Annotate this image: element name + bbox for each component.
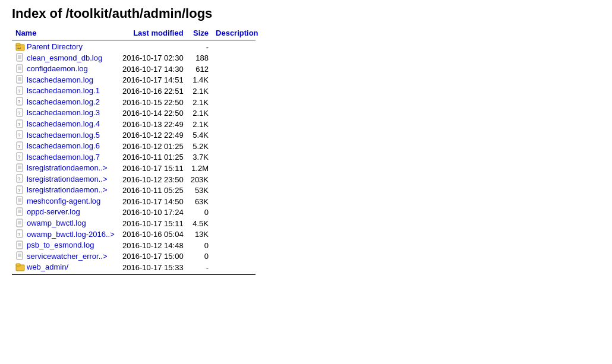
col-size-link[interactable]: Size <box>193 29 209 37</box>
unknown-file-icon: ? <box>15 86 25 96</box>
file-name-cell: clean_esmond_db.log <box>12 53 119 64</box>
file-link[interactable]: owamp_bwctl.log <box>27 219 86 227</box>
svg-text:?: ? <box>18 88 21 94</box>
file-modified: 2016-10-17 14:50 <box>119 196 187 207</box>
file-name-cell: oppd-server.log <box>12 207 119 218</box>
file-size: 0 <box>187 240 212 251</box>
file-link[interactable]: lsregistrationdaemon..> <box>27 185 108 194</box>
file-modified: 2016-10-14 22:50 <box>119 107 187 119</box>
file-size: 13K <box>187 229 212 240</box>
file-description <box>212 97 262 108</box>
table-row: ? lscachedaemon.log.12016-10-16 22:512.1… <box>12 86 262 97</box>
page-title: Index of /toolkit/auth/admin/logs <box>12 6 600 21</box>
file-description <box>212 185 262 196</box>
file-size: 612 <box>187 64 212 75</box>
text-file-icon <box>15 53 25 62</box>
unknown-file-icon: ? <box>15 141 25 151</box>
unknown-file-icon: ? <box>15 152 25 162</box>
table-row: ? lscachedaemon.log.72016-10-11 01:253.7… <box>12 152 262 163</box>
unknown-file-icon: ? <box>15 119 25 129</box>
file-link[interactable]: lscachedaemon.log.2 <box>27 97 100 106</box>
table-row: meshconfig-agent.log2016-10-17 14:5063K <box>12 196 262 207</box>
file-link[interactable]: lscachedaemon.log.6 <box>27 141 100 150</box>
svg-text:?: ? <box>18 122 21 127</box>
unknown-file-icon: ? <box>15 229 25 239</box>
file-link[interactable]: lscachedaemon.log.3 <box>27 108 100 117</box>
col-desc-link[interactable]: Description <box>216 29 258 37</box>
file-link[interactable]: psb_to_esmond.log <box>27 240 94 249</box>
file-modified: 2016-10-12 14:48 <box>119 240 187 251</box>
file-link[interactable]: configdaemon.log <box>27 64 88 73</box>
file-link[interactable]: lsregistrationdaemon..> <box>27 163 108 172</box>
file-description <box>212 196 262 207</box>
file-size: 2.1K <box>187 97 212 108</box>
file-description <box>212 42 262 53</box>
file-name-cell: ? lscachedaemon.log.3 <box>12 107 119 119</box>
file-size: 4.5K <box>187 218 212 229</box>
file-link[interactable]: Parent Directory <box>27 42 83 51</box>
file-modified: 2016-10-17 02:30 <box>119 53 187 64</box>
file-description <box>212 53 262 64</box>
file-name-cell: ? lscachedaemon.log.1 <box>12 86 119 97</box>
file-link[interactable]: lscachedaemon.log.5 <box>27 131 100 140</box>
file-size: 1.4K <box>187 75 212 86</box>
file-modified: 2016-10-15 22:50 <box>119 97 187 108</box>
svg-text:?: ? <box>18 110 21 116</box>
file-name-cell: ? lsregistrationdaemon..> <box>12 174 119 185</box>
file-link[interactable]: lscachedaemon.log.1 <box>27 86 100 95</box>
text-file-icon <box>15 251 25 261</box>
file-link[interactable]: lscachedaemon.log.4 <box>27 119 100 128</box>
file-description <box>212 64 262 75</box>
table-row: ? lsregistrationdaemon..>2016-10-11 05:2… <box>12 185 262 196</box>
file-modified: 2016-10-17 15:33 <box>119 262 187 273</box>
file-link[interactable]: servicewatcher_error..> <box>27 252 107 261</box>
file-description <box>212 240 262 251</box>
file-size: 0 <box>187 251 212 262</box>
table-row: lsregistrationdaemon..>2016-10-17 15:111… <box>12 163 262 174</box>
file-modified: 2016-10-13 22:49 <box>119 119 187 130</box>
file-link[interactable]: web_admin/ <box>27 262 68 271</box>
file-link[interactable]: lscachedaemon.log.7 <box>27 153 100 162</box>
file-size: - <box>187 42 212 53</box>
file-link[interactable]: lscachedaemon.log <box>27 75 93 84</box>
file-link[interactable]: oppd-server.log <box>27 207 80 216</box>
file-name-cell: ? lscachedaemon.log.4 <box>12 119 119 130</box>
table-row: lscachedaemon.log2016-10-17 14:511.4K <box>12 75 262 86</box>
file-description <box>212 163 262 174</box>
file-link[interactable]: owamp_bwctl.log-2016..> <box>27 230 115 239</box>
file-description <box>212 130 262 141</box>
file-modified: 2016-10-12 23:50 <box>119 174 187 185</box>
unknown-file-icon: ? <box>15 174 25 183</box>
table-row: ? lscachedaemon.log.42016-10-13 22:492.1… <box>12 119 262 130</box>
table-row: servicewatcher_error..>2016-10-17 15:000 <box>12 251 262 262</box>
file-modified: 2016-10-12 01:25 <box>119 141 187 152</box>
file-size: 203K <box>187 174 212 185</box>
file-description <box>212 207 262 218</box>
file-name-cell: psb_to_esmond.log <box>12 240 119 251</box>
file-modified: 2016-10-10 17:24 <box>119 207 187 218</box>
back-icon: ↩ <box>15 42 25 52</box>
file-modified: 2016-10-11 01:25 <box>119 152 187 163</box>
file-description <box>212 174 262 185</box>
file-description <box>212 218 262 229</box>
table-row: clean_esmond_db.log2016-10-17 02:30188 <box>12 53 262 64</box>
file-name-cell: ? owamp_bwctl.log-2016..> <box>12 229 119 240</box>
svg-text:?: ? <box>18 144 21 149</box>
file-name-cell: configdaemon.log <box>12 64 119 75</box>
file-link[interactable]: meshconfig-agent.log <box>27 197 100 205</box>
file-link[interactable]: lsregistrationdaemon..> <box>27 175 108 183</box>
col-modified-link[interactable]: Last modified <box>133 29 184 37</box>
table-row: ? lscachedaemon.log.32016-10-14 22:502.1… <box>12 107 262 119</box>
col-name-link[interactable]: Name <box>15 29 36 37</box>
file-modified: 2016-10-16 05:04 <box>119 229 187 240</box>
unknown-file-icon: ? <box>15 130 25 140</box>
unknown-file-icon: ? <box>15 185 25 195</box>
svg-text:?: ? <box>18 188 21 193</box>
file-link[interactable]: clean_esmond_db.log <box>27 53 102 62</box>
text-file-icon <box>15 219 25 228</box>
file-description <box>212 75 262 86</box>
table-row: psb_to_esmond.log2016-10-12 14:480 <box>12 240 262 251</box>
file-size: 2.1K <box>187 119 212 130</box>
file-name-cell: ? lscachedaemon.log.6 <box>12 141 119 152</box>
svg-text:↩: ↩ <box>17 46 21 51</box>
